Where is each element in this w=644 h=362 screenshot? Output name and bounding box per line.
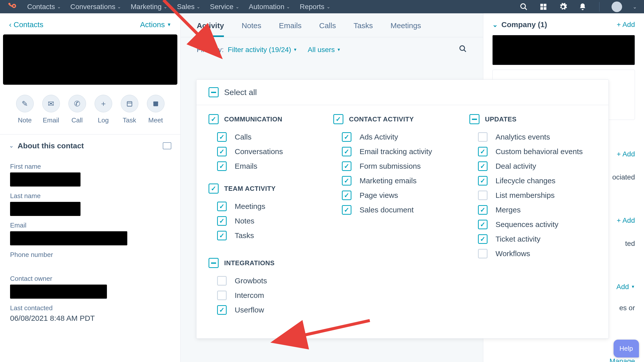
nav-contacts[interactable]: Contacts⌄ bbox=[27, 3, 61, 11]
checkbox[interactable] bbox=[478, 249, 488, 258]
checkbox[interactable] bbox=[342, 176, 351, 186]
checkbox[interactable] bbox=[217, 291, 227, 300]
filter-calls[interactable]: Calls bbox=[209, 130, 322, 144]
checkbox[interactable] bbox=[478, 220, 488, 229]
first-name-value-redacted[interactable] bbox=[10, 172, 80, 187]
checkbox[interactable] bbox=[217, 216, 227, 226]
help-button[interactable]: Help bbox=[614, 340, 639, 357]
filter-tasks[interactable]: Tasks bbox=[209, 228, 322, 243]
group-team-head[interactable]: TEAM ACTIVITY bbox=[209, 184, 322, 194]
checkbox[interactable] bbox=[209, 258, 219, 268]
filter-ads[interactable]: Ads Activity bbox=[333, 130, 458, 144]
nav-automation[interactable]: Automation⌄ bbox=[249, 3, 290, 11]
filter-growbots[interactable]: Growbots bbox=[209, 274, 322, 288]
last-name-value-redacted[interactable] bbox=[10, 202, 80, 216]
company-card-redacted[interactable] bbox=[492, 35, 635, 65]
checkbox[interactable] bbox=[478, 132, 488, 142]
filter-conversations[interactable]: Conversations bbox=[209, 144, 322, 159]
checkbox[interactable] bbox=[209, 114, 219, 124]
checkbox[interactable] bbox=[217, 161, 227, 171]
filter-ticket-activity[interactable]: Ticket activity bbox=[469, 232, 596, 246]
notifications-icon[interactable] bbox=[578, 2, 587, 11]
search-icon[interactable] bbox=[519, 2, 528, 11]
filter-workflows[interactable]: Workflows bbox=[469, 246, 596, 261]
select-all-row[interactable]: Select all bbox=[196, 80, 609, 105]
filter-notes[interactable]: Notes bbox=[209, 214, 322, 228]
last-contacted-label: Last contacted bbox=[10, 304, 170, 312]
checkbox[interactable] bbox=[217, 231, 227, 240]
group-updates-head[interactable]: UPDATES bbox=[469, 114, 596, 124]
checkbox[interactable] bbox=[217, 147, 227, 156]
nav-conversations[interactable]: Conversations⌄ bbox=[70, 3, 121, 11]
checkbox[interactable] bbox=[342, 132, 351, 142]
filter-merges[interactable]: Merges bbox=[469, 203, 596, 217]
checkbox[interactable] bbox=[342, 147, 351, 156]
checkbox[interactable] bbox=[478, 191, 488, 200]
note-button[interactable]: ✎Note bbox=[16, 95, 34, 124]
task-button[interactable]: Task bbox=[121, 95, 138, 124]
filter-lifecycle[interactable]: Lifecycle changes bbox=[469, 173, 596, 188]
group-communication-head[interactable]: COMMUNICATION bbox=[209, 114, 322, 124]
select-all-checkbox[interactable] bbox=[209, 87, 219, 97]
about-section-toggle[interactable]: ⌄ About this contact bbox=[0, 134, 180, 157]
filter-custom-behavioral[interactable]: Custom behavioral events bbox=[469, 144, 596, 159]
filter-users-dropdown[interactable]: All users ▼ bbox=[308, 46, 341, 54]
back-contacts-link[interactable]: ‹ Contacts bbox=[9, 20, 43, 29]
log-button[interactable]: ＋Log bbox=[95, 95, 112, 124]
filter-page-views[interactable]: Page views bbox=[333, 188, 458, 203]
checkbox[interactable] bbox=[469, 114, 479, 124]
checkbox[interactable] bbox=[478, 205, 488, 215]
checkbox[interactable] bbox=[342, 205, 351, 215]
filter-sales-document[interactable]: Sales document bbox=[333, 203, 458, 217]
filter-activity-dropdown[interactable]: Filter activity (19/24) ▼ bbox=[228, 46, 297, 54]
company-section-toggle[interactable]: ⌄ Company (1) bbox=[492, 20, 547, 29]
checkbox[interactable] bbox=[217, 132, 227, 142]
filter-userflow[interactable]: Userflow bbox=[209, 303, 322, 317]
tab-meetings[interactable]: Meetings bbox=[390, 21, 421, 37]
email-value-redacted[interactable] bbox=[10, 231, 127, 245]
checkbox[interactable] bbox=[478, 234, 488, 244]
filter-sequences[interactable]: Sequences activity bbox=[469, 217, 596, 232]
filter-analytics-events[interactable]: Analytics events bbox=[469, 130, 596, 144]
checkbox[interactable] bbox=[478, 147, 488, 156]
checkbox[interactable] bbox=[209, 184, 219, 194]
checkbox[interactable] bbox=[217, 305, 227, 315]
hubspot-logo-icon[interactable] bbox=[7, 2, 18, 12]
owner-value-redacted[interactable] bbox=[10, 285, 107, 299]
settings-icon[interactable] bbox=[558, 2, 568, 11]
marketplace-icon[interactable] bbox=[539, 2, 548, 11]
manage-link[interactable]: Manage bbox=[492, 357, 635, 362]
checkbox[interactable] bbox=[478, 176, 488, 186]
tab-tasks[interactable]: Tasks bbox=[353, 21, 373, 37]
email-button[interactable]: ✉Email bbox=[42, 95, 60, 124]
filter-deal-activity[interactable]: Deal activity bbox=[469, 159, 596, 173]
checkbox[interactable] bbox=[217, 202, 227, 211]
filter-meetings[interactable]: Meetings bbox=[209, 199, 322, 214]
filter-intercom[interactable]: Intercom bbox=[209, 288, 322, 303]
meet-button[interactable]: Meet bbox=[147, 95, 165, 124]
checkbox[interactable] bbox=[342, 191, 351, 200]
checkbox[interactable] bbox=[333, 114, 343, 124]
checkbox[interactable] bbox=[342, 161, 351, 171]
group-contact-head[interactable]: CONTACT ACTIVITY bbox=[333, 114, 458, 124]
tab-calls[interactable]: Calls bbox=[319, 21, 336, 37]
tab-notes[interactable]: Notes bbox=[242, 21, 261, 37]
add-link[interactable]: + Add bbox=[617, 216, 635, 224]
filter-email-tracking[interactable]: Email tracking activity bbox=[333, 144, 458, 159]
add-company-link[interactable]: + Add bbox=[617, 21, 635, 29]
chevron-down-icon[interactable]: ⌄ bbox=[633, 4, 637, 10]
filter-form-submissions[interactable]: Form submissions bbox=[333, 159, 458, 173]
details-icon[interactable] bbox=[163, 142, 171, 149]
checkbox[interactable] bbox=[478, 161, 488, 171]
checkbox[interactable] bbox=[217, 276, 227, 286]
filter-emails[interactable]: Emails bbox=[209, 159, 322, 173]
call-button[interactable]: ✆Call bbox=[68, 95, 86, 124]
nav-reports[interactable]: Reports⌄ bbox=[300, 3, 330, 11]
filter-list-memberships[interactable]: List memberships bbox=[469, 188, 596, 203]
search-icon[interactable] bbox=[459, 45, 467, 55]
group-integrations-head[interactable]: INTEGRATIONS bbox=[209, 258, 322, 268]
tab-emails[interactable]: Emails bbox=[279, 21, 302, 37]
filter-marketing-emails[interactable]: Marketing emails bbox=[333, 173, 458, 188]
add-link[interactable]: + Add bbox=[617, 150, 635, 158]
avatar[interactable] bbox=[612, 2, 622, 12]
